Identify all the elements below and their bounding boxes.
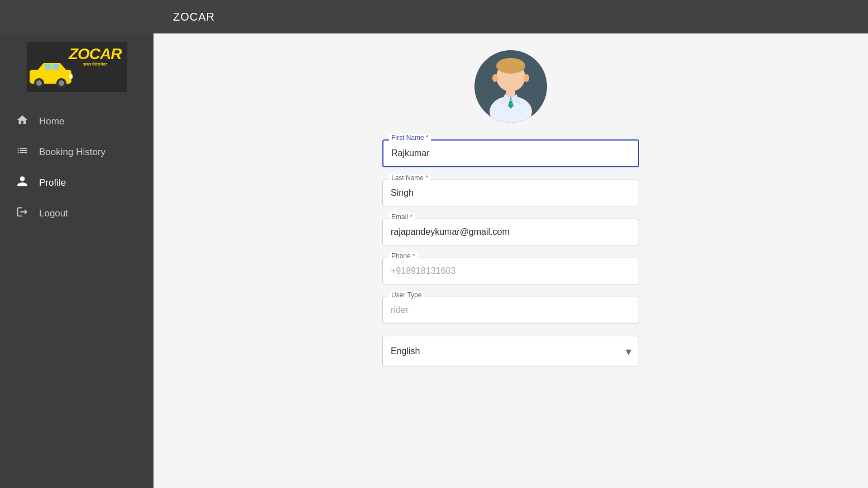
user-type-input[interactable] [382, 297, 639, 323]
svg-point-16 [492, 74, 498, 82]
last-name-field: Last Name * [382, 180, 639, 206]
logo-inner: ZOCAR सफर बेरोज़गेमद [27, 42, 127, 92]
email-field: Email * [382, 219, 639, 245]
first-name-field: First Name * [382, 139, 639, 167]
list-icon [16, 144, 29, 160]
app-header: ZOCAR [0, 0, 868, 33]
main-layout: ZOCAR सफर बेरोज़गेमद Home Booking Histor… [0, 33, 868, 488]
svg-rect-12 [506, 89, 515, 97]
email-input[interactable] [382, 219, 639, 245]
sidebar-item-booking-history[interactable]: Booking History [0, 137, 154, 167]
person-icon [16, 175, 29, 190]
profile-form: First Name * Last Name * Email * [382, 139, 639, 366]
sidebar-item-profile[interactable]: Profile [0, 167, 154, 198]
avatar-svg [474, 56, 547, 123]
sidebar-nav: Home Booking History Profile Logout [0, 100, 154, 234]
last-name-label: Last Name * [389, 174, 430, 182]
email-label: Email * [389, 213, 415, 221]
svg-rect-8 [69, 74, 73, 79]
user-type-field: User Type [382, 297, 639, 323]
sidebar-item-home[interactable]: Home [0, 106, 154, 137]
svg-rect-2 [45, 64, 51, 70]
sidebar-logo: ZOCAR सफर बेरोज़गेमद [0, 33, 154, 100]
sidebar-item-home-label: Home [39, 116, 64, 127]
first-name-input[interactable] [382, 139, 639, 167]
svg-marker-1 [38, 63, 66, 70]
phone-field: Phone * [382, 258, 639, 284]
sidebar-item-profile-label: Profile [39, 177, 66, 189]
svg-point-10 [496, 58, 525, 74]
sidebar-item-booking-history-label: Booking History [39, 147, 105, 158]
sidebar-item-logout[interactable]: Logout [0, 198, 154, 229]
main-content: First Name * Last Name * Email * [154, 33, 868, 488]
home-icon [16, 114, 29, 129]
svg-point-5 [36, 80, 42, 86]
svg-rect-3 [52, 64, 59, 70]
language-select[interactable]: English Hindi Spanish [382, 336, 639, 366]
avatar [474, 50, 547, 123]
user-type-label: User Type [389, 291, 424, 299]
sidebar-item-logout-label: Logout [39, 208, 68, 219]
avatar-container [474, 50, 547, 123]
logout-icon [16, 206, 29, 221]
sidebar: ZOCAR सफर बेरोज़गेमद Home Booking Histor… [0, 33, 154, 488]
logo-box: ZOCAR सफर बेरोज़गेमद [27, 42, 127, 92]
logo-tagline: सफर बेरोज़गेमद [69, 62, 122, 67]
language-field: English Hindi Spanish ▾ [382, 336, 639, 366]
svg-point-17 [524, 74, 529, 82]
phone-label: Phone * [389, 252, 418, 260]
last-name-input[interactable] [382, 180, 639, 206]
first-name-label: First Name * [389, 134, 431, 142]
logo-text: ZOCAR [69, 45, 122, 62]
svg-point-7 [59, 80, 64, 86]
header-title: ZOCAR [173, 11, 215, 23]
phone-input[interactable] [382, 258, 639, 284]
